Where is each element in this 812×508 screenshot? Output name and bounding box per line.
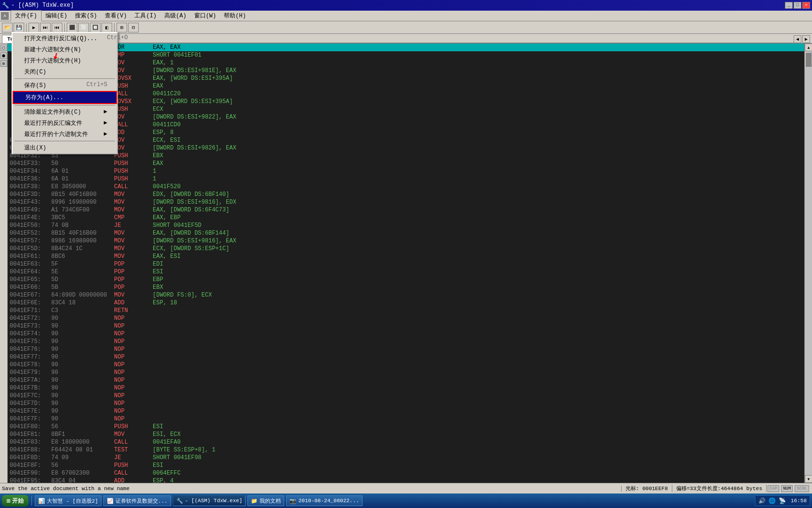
left-icon-1[interactable]: ⬡ [0, 45, 7, 51]
taskbar-item-2[interactable]: 🔧 - [(ASM) TdxW.exe] [173, 495, 246, 506]
menu-view[interactable]: 查看(V) [101, 11, 131, 21]
code-row-11[interactable]: ADD ESP, 8 [8, 129, 804, 136]
menu-tools[interactable]: 工具(I) [130, 11, 160, 21]
code-row-6[interactable]: CALL 00411C20 [8, 90, 804, 98]
code-row-46[interactable]: 0041EF7D: 90 NOP [8, 400, 804, 407]
vertical-scrollbar[interactable]: ▲ ▼ [804, 44, 812, 483]
code-row-26[interactable]: 0041EF5D: 8B4C24 1C MOV ECX, [DWORD SS:E… [8, 245, 804, 253]
code-row-31[interactable]: 0041EF66: 5B POP EBX [8, 284, 804, 291]
code-row-1[interactable]: JMP SHORT 0041EF01 [8, 51, 804, 59]
code-row-14[interactable]: 0041EF32: 53 PUSH EBX [8, 152, 804, 160]
code-row-3[interactable]: MOV [DWORD DS:ESI+981E], EAX [8, 67, 804, 75]
code-row-40[interactable]: 0041EF77: 90 NOP [8, 353, 804, 361]
code-row-47[interactable]: 0041EF7E: 90 NOP [8, 407, 804, 415]
tab-tdxw[interactable]: TdxW.exe [2, 35, 38, 43]
mnem-43: NOP [114, 376, 153, 384]
code-row-15[interactable]: 0041EF33: 50 PUSH EAX [8, 160, 804, 167]
toolbar-btn11[interactable]: ⊟ [128, 23, 139, 32]
scroll-left-btn[interactable]: ◀ [794, 35, 801, 43]
code-view[interactable]: XOR EAX, EAX JMP SHORT 0041EF01 MOV EAX,… [8, 44, 804, 483]
code-row-28[interactable]: 0041EF63: 5F POP EDI [8, 260, 804, 268]
start-button[interactable]: ⊞ 开始 [2, 495, 29, 507]
code-row-32[interactable]: 0041EF67: 64:890D 00000000 MOV [DWORD FS… [8, 291, 804, 299]
toolbar-btn5[interactable]: ⏮ [52, 23, 62, 32]
hex-31: 5B [51, 284, 114, 291]
code-row-52[interactable]: 0041EF88: F64424 08 01 TEST [BYTE SS:ESP… [8, 446, 804, 454]
scroll-track[interactable] [805, 51, 812, 475]
code-row-37[interactable]: 0041EF74: 90 NOP [8, 330, 804, 338]
code-row-9[interactable]: MOV [DWORD DS:ESI+9822], EAX [8, 113, 804, 121]
code-row-23[interactable]: 0041EF50: 74 0B JE SHORT 0041EF5D [8, 222, 804, 229]
close-button[interactable]: × [802, 2, 810, 9]
code-row-5[interactable]: PUSH EAX [8, 82, 804, 90]
code-row-34[interactable]: 0041EF71: C3 RETN [8, 307, 804, 314]
scroll-up-btn[interactable]: ▲ [805, 44, 812, 51]
code-row-29[interactable]: 0041EF64: 5E POP ESI [8, 268, 804, 276]
code-row-35[interactable]: 0041EF72: 90 NOP [8, 314, 804, 322]
code-row-55[interactable]: 0041EF90: E8 67002300 CALL 0064EFFC [8, 469, 804, 477]
menu-advanced[interactable]: 高级(A) [160, 11, 190, 21]
taskbar-item-3[interactable]: 📁 我的文档 [247, 495, 284, 506]
code-row-21[interactable]: 0041EF49: A1 734C6F00 MOV EAX, [DWORD DS… [8, 206, 804, 214]
toolbar-btn9[interactable]: ◧ [102, 23, 112, 32]
code-row-44[interactable]: 0041EF7B: 90 NOP [8, 384, 804, 392]
code-row-45[interactable]: 0041EF7C: 90 NOP [8, 392, 804, 400]
code-row-18[interactable]: 0041EF38: E8 3050000 CALL 0041F520 [8, 183, 804, 191]
code-row-4[interactable]: MOVSX EAX, [WORD DS:ESI+395A] [8, 75, 804, 82]
maximize-button[interactable]: □ [794, 2, 801, 9]
code-row-17[interactable]: 0041EF36: 6A 01 PUSH 1 [8, 175, 804, 183]
toolbar-btn10[interactable]: ⊞ [116, 23, 127, 32]
code-row-2[interactable]: MOV EAX, 1 [8, 59, 804, 67]
toolbar-btn3[interactable]: ▶ [29, 23, 39, 32]
toolbar-btn7[interactable]: ⬜ [78, 23, 89, 32]
taskbar-item-1[interactable]: 📈 证券软件及数据交... [103, 495, 171, 506]
code-row-8[interactable]: PUSH ECX [8, 105, 804, 113]
code-row-49[interactable]: 0041EF80: 56 PUSH ESI [8, 423, 804, 431]
code-row-38[interactable]: 0041EF75: 90 NOP [8, 338, 804, 345]
code-row-16[interactable]: 0041EF34: 6A 01 PUSH 1 [8, 167, 804, 175]
scroll-down-btn[interactable]: ▼ [805, 475, 812, 483]
code-row-51[interactable]: 0041EF83: E8 18000000 CALL 0041EFA0 [8, 438, 804, 446]
code-row-7[interactable]: MOVSX ECX, [WORD DS:ESI+395A] [8, 98, 804, 105]
code-row-56[interactable]: 0041EF95: 83C4 04 ADD ESP, 4 [8, 477, 804, 483]
scroll-thumb[interactable] [805, 52, 812, 67]
taskbar-item-0[interactable]: 📊 大智慧 - [自选股2] [35, 495, 102, 506]
minimize-button[interactable]: _ [785, 2, 793, 9]
code-row-48[interactable]: 0041EF7F: 90 NOP [8, 415, 804, 423]
left-icon-3[interactable]: ⊞ [0, 60, 7, 67]
menu-help[interactable]: 帮助(H) [220, 11, 250, 21]
code-row-54[interactable]: 0041EF8F: 56 PUSH ESI [8, 462, 804, 469]
code-row-10[interactable]: CALL 00411CD0 [8, 121, 804, 129]
code-row-0[interactable]: XOR EAX, EAX [8, 44, 804, 51]
toolbar-btn8[interactable]: 🔲 [90, 23, 101, 32]
toolbar-open-btn[interactable]: 📂 [2, 23, 13, 32]
code-row-33[interactable]: 0041EF6E: 83C4 18 ADD ESP, 18 [8, 299, 804, 307]
code-row-13[interactable]: 0041EF2C: 8986 26980000 MOV [DWORD DS:ES… [8, 144, 804, 152]
addr-30: 0041EF65: [8, 276, 51, 284]
scroll-right-btn[interactable]: ▶ [802, 35, 810, 43]
code-row-43[interactable]: 0041EF7A: 90 NOP [8, 376, 804, 384]
code-row-42[interactable]: 0041EF79: 90 NOP [8, 369, 804, 376]
code-row-53[interactable]: 0041EF8D: 74 09 JE SHORT 0041EF98 [8, 454, 804, 462]
toolbar-save-btn[interactable]: 💾 [14, 23, 24, 32]
code-row-36[interactable]: 0041EF73: 90 NOP [8, 322, 804, 330]
code-row-25[interactable]: 0041EF57: 8986 16980000 MOV [DWORD DS:ES… [8, 237, 804, 245]
code-row-24[interactable]: 0041EF52: 8B15 40F16B00 MOV EAX, [DWORD … [8, 229, 804, 237]
code-row-19[interactable]: 0041EF3D: 8B15 40F16B00 MOV EDX, [DWORD … [8, 191, 804, 198]
menu-file[interactable]: 文件(F) [11, 10, 42, 21]
code-row-27[interactable]: 0041EF61: 8BC6 MOV EAX, ESI [8, 253, 804, 260]
code-row-41[interactable]: 0041EF78: 90 NOP [8, 361, 804, 369]
code-row-30[interactable]: 0041EF65: 5D POP EBP [8, 276, 804, 284]
toolbar-btn6[interactable]: ⬛ [67, 23, 77, 32]
taskbar-item-4[interactable]: 📷 2010-08-24_08022... [286, 495, 362, 506]
toolbar-btn4[interactable]: ⏭ [40, 23, 51, 32]
code-row-50[interactable]: 0041EF81: 8BF1 MOV ESI, ECX [8, 431, 804, 438]
code-row-12[interactable]: 0041EF2A: 8BCE MOV ECX, ESI [8, 136, 804, 144]
menu-search[interactable]: 搜索(S) [71, 11, 101, 21]
menu-window[interactable]: 窗口(W) [190, 11, 220, 21]
code-row-39[interactable]: 0041EF76: 90 NOP [8, 345, 804, 353]
menu-edit[interactable]: 编辑(E) [42, 11, 72, 21]
code-row-22[interactable]: 0041EF4E: 3BC5 CMP EAX, EBP [8, 214, 804, 222]
left-icon-2[interactable]: ⬢ [0, 52, 7, 59]
code-row-20[interactable]: 0041EF43: 8996 16980000 MOV [DWORD DS:ES… [8, 198, 804, 206]
